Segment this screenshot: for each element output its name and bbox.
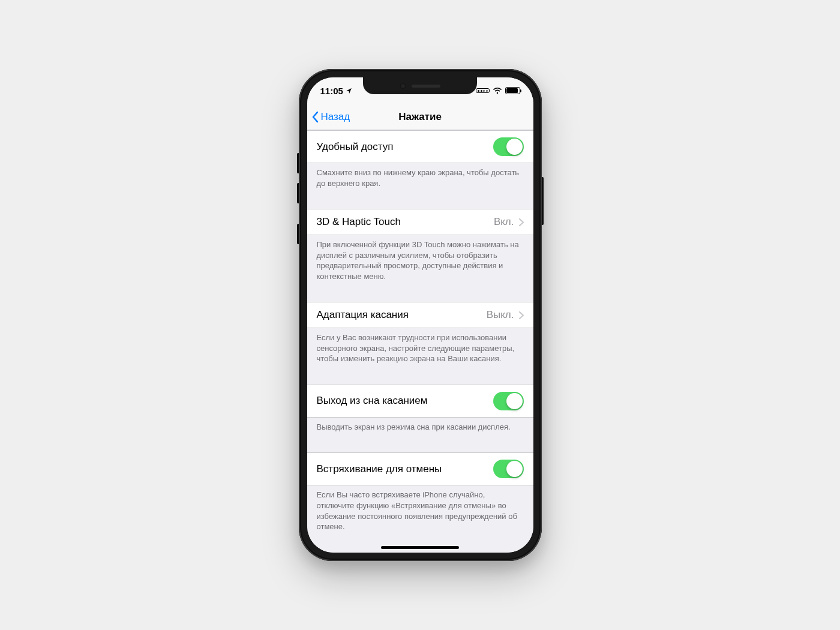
battery-icon: [505, 87, 520, 94]
row-label: 3D & Haptic Touch: [317, 216, 401, 228]
footer-haptic: При включенной функции 3D Touch можно на…: [307, 235, 533, 286]
row-label: Адаптация касания: [317, 309, 409, 321]
group-reachability: Удобный доступ Смахните вниз по нижнему …: [307, 130, 533, 193]
footer-reachability: Смахните вниз по нижнему краю экрана, чт…: [307, 163, 533, 193]
home-indicator[interactable]: [381, 546, 459, 549]
phone-screen: 11:05 Назад: [307, 77, 533, 553]
row-value: Выкл.: [487, 309, 514, 321]
row-shake-undo[interactable]: Встряхивание для отмены: [307, 452, 533, 485]
navigation-bar: Назад Нажатие: [307, 104, 533, 130]
row-haptic-touch[interactable]: 3D & Haptic Touch Вкл.: [307, 209, 533, 235]
toggle-tap-to-wake[interactable]: [493, 392, 524, 410]
toggle-shake-undo[interactable]: [493, 460, 524, 478]
location-icon: [346, 88, 352, 94]
page-title: Нажатие: [398, 111, 442, 123]
group-touch-accommodations: Адаптация касания Выкл. Если у Вас возни…: [307, 302, 533, 369]
row-label: Удобный доступ: [317, 141, 394, 153]
footer-touch-accommodations: Если у Вас возникают трудности при испол…: [307, 328, 533, 369]
group-haptic: 3D & Haptic Touch Вкл. При включенной фу…: [307, 209, 533, 286]
footer-shake-undo: Если Вы часто встряхиваете iPhone случай…: [307, 485, 533, 536]
toggle-reachability[interactable]: [493, 137, 524, 156]
wifi-icon: [493, 87, 502, 94]
row-value: Вкл.: [494, 216, 514, 228]
settings-content[interactable]: Удобный доступ Смахните вниз по нижнему …: [307, 130, 533, 553]
group-shake-undo: Встряхивание для отмены Если Вы часто вс…: [307, 452, 533, 536]
chevron-right-icon: [519, 311, 524, 319]
phone-frame: 11:05 Назад: [299, 69, 542, 561]
row-reachability[interactable]: Удобный доступ: [307, 130, 533, 163]
back-button[interactable]: Назад: [312, 104, 350, 130]
row-label: Выход из сна касанием: [317, 395, 428, 407]
footer-tap-to-wake: Выводить экран из режима сна при касании…: [307, 418, 533, 437]
cellular-signal-icon: [476, 88, 490, 93]
group-tap-to-wake: Выход из сна касанием Выводить экран из …: [307, 385, 533, 437]
status-time: 11:05: [320, 86, 343, 96]
back-button-label: Назад: [321, 111, 350, 123]
front-camera: [400, 83, 406, 89]
row-touch-accommodations[interactable]: Адаптация касания Выкл.: [307, 302, 533, 328]
row-tap-to-wake[interactable]: Выход из сна касанием: [307, 385, 533, 418]
earpiece-speaker: [412, 85, 440, 88]
notch: [363, 77, 477, 94]
row-label: Встряхивание для отмены: [317, 463, 442, 475]
chevron-right-icon: [519, 218, 524, 226]
